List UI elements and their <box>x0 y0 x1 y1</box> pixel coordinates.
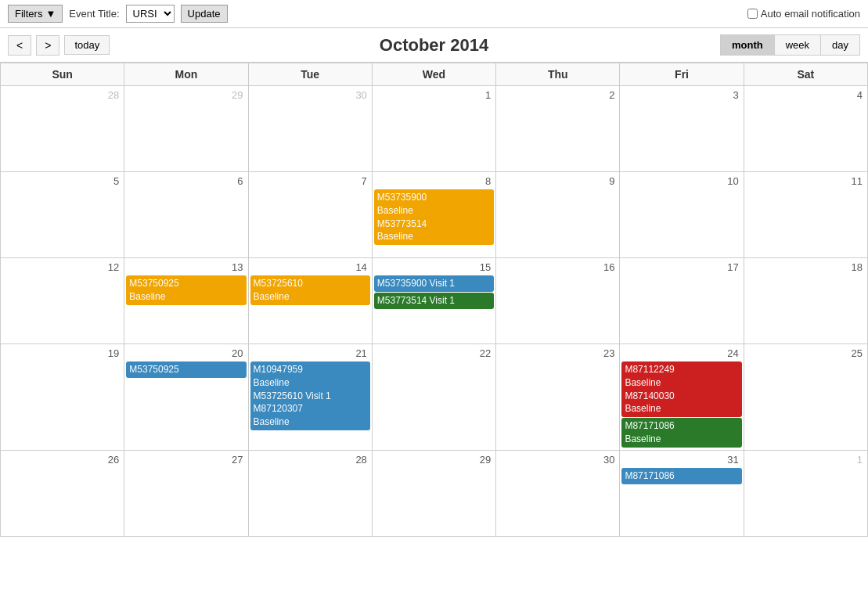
day-number: 4 <box>746 88 866 102</box>
day-number: 17 <box>621 260 741 275</box>
calendar-event[interactable]: M53735900 Baseline M53773514 Baseline <box>374 189 494 245</box>
day-number: 25 <box>746 346 866 361</box>
calendar-day[interactable]: 28 <box>1 86 124 172</box>
view-buttons: month week day <box>720 34 860 56</box>
calendar-day[interactable]: 20M53750925 <box>124 344 248 451</box>
calendar-day[interactable]: 16 <box>496 258 620 344</box>
day-number: 21 <box>250 346 370 361</box>
day-number: 1 <box>374 88 494 102</box>
next-button[interactable]: > <box>36 35 59 56</box>
calendar-day[interactable]: 1 <box>744 450 867 536</box>
calendar-day[interactable]: 26 <box>1 450 124 536</box>
calendar-day[interactable]: 18 <box>744 258 867 344</box>
calendar-day[interactable]: 21M10947959 Baseline M53725610 Visit 1 M… <box>248 344 372 451</box>
event-title-select[interactable]: URSI <box>126 5 175 23</box>
day-number: 29 <box>126 88 246 102</box>
day-number: 30 <box>498 452 618 467</box>
calendar-event[interactable]: M53725610 Baseline <box>250 275 370 305</box>
calendar-header-sat: Sat <box>744 63 867 86</box>
view-month-button[interactable]: month <box>721 35 775 55</box>
day-number: 16 <box>498 260 618 275</box>
calendar-day[interactable]: 3 <box>620 86 744 172</box>
day-number: 24 <box>621 346 741 361</box>
calendar-day[interactable]: 30 <box>496 450 620 536</box>
day-number: 30 <box>250 88 370 102</box>
day-number: 28 <box>2 88 122 102</box>
day-number: 27 <box>126 452 246 467</box>
calendar-day[interactable]: 1 <box>372 86 495 172</box>
calendar-day[interactable]: 28 <box>248 450 372 536</box>
calendar-day[interactable]: 15M53735900 Visit 1M53773514 Visit 1 <box>372 258 495 344</box>
calendar-event[interactable]: M87171086 <box>621 468 741 484</box>
nav-bar: < > today October 2014 month week day <box>0 28 868 63</box>
day-number: 5 <box>2 174 122 189</box>
calendar-day[interactable]: 8M53735900 Baseline M53773514 Baseline <box>372 172 495 258</box>
calendar-event[interactable]: M87171086 Baseline <box>621 418 741 448</box>
calendar-day[interactable]: 22 <box>372 344 495 451</box>
calendar-day[interactable]: 13M53750925 Baseline <box>124 258 248 344</box>
calendar-week-4: 262728293031M871710861 <box>1 450 868 536</box>
view-day-button[interactable]: day <box>821 35 859 55</box>
day-number: 19 <box>2 346 122 361</box>
update-button[interactable]: Update <box>181 5 228 23</box>
day-number: 26 <box>2 452 122 467</box>
calendar-day[interactable]: 12 <box>1 258 124 344</box>
calendar-week-2: 1213M53750925 Baseline14M53725610 Baseli… <box>1 258 868 344</box>
calendar-day[interactable]: 7 <box>248 172 372 258</box>
day-number: 20 <box>126 346 246 361</box>
calendar-day[interactable]: 2 <box>496 86 620 172</box>
calendar-day[interactable]: 29 <box>124 86 248 172</box>
day-number: 22 <box>374 346 494 361</box>
auto-email-label[interactable]: Auto email notification <box>747 8 860 20</box>
calendar-day[interactable]: 30 <box>248 86 372 172</box>
calendar-week-1: 5678M53735900 Baseline M53773514 Baselin… <box>1 172 868 258</box>
calendar-day[interactable]: 6 <box>124 172 248 258</box>
filters-arrow-icon: ▼ <box>45 8 56 20</box>
calendar-week-3: 1920M5375092521M10947959 Baseline M53725… <box>1 344 868 451</box>
calendar-day[interactable]: 19 <box>1 344 124 451</box>
day-number: 9 <box>498 174 618 189</box>
top-bar: Filters ▼ Event Title: URSI Update Auto … <box>0 0 868 28</box>
day-number: 31 <box>621 452 741 467</box>
calendar-day[interactable]: 4 <box>744 86 867 172</box>
calendar-event[interactable]: M10947959 Baseline M53725610 Visit 1 M87… <box>250 361 370 430</box>
prev-button[interactable]: < <box>8 35 31 56</box>
day-number: 29 <box>374 452 494 467</box>
calendar-header-tue: Tue <box>248 63 372 86</box>
calendar-header-sun: Sun <box>1 63 124 86</box>
day-number: 8 <box>374 174 494 189</box>
calendar-day[interactable]: 23 <box>496 344 620 451</box>
calendar-header-mon: Mon <box>124 63 248 86</box>
day-number: 7 <box>250 174 370 189</box>
calendar-day[interactable]: 11 <box>744 172 867 258</box>
calendar-day[interactable]: 17 <box>620 258 744 344</box>
calendar-event[interactable]: M53773514 Visit 1 <box>374 293 494 309</box>
day-number: 10 <box>621 174 741 189</box>
calendar-day[interactable]: 24M87112249 Baseline M87140030 BaselineM… <box>620 344 744 451</box>
calendar-event[interactable]: M53750925 <box>126 361 246 378</box>
calendar-day[interactable]: 29 <box>372 450 495 536</box>
day-number: 18 <box>746 260 866 275</box>
auto-email-checkbox[interactable] <box>747 9 758 19</box>
calendar-event[interactable]: M87112249 Baseline M87140030 Baseline <box>621 361 741 417</box>
calendar-day[interactable]: 31M87171086 <box>620 450 744 536</box>
day-number: 15 <box>374 260 494 275</box>
calendar-event[interactable]: M53735900 Visit 1 <box>374 275 494 292</box>
day-number: 23 <box>498 346 618 361</box>
calendar-event[interactable]: M53750925 Baseline <box>126 275 246 305</box>
calendar-day[interactable]: 10 <box>620 172 744 258</box>
calendar-day[interactable]: 9 <box>496 172 620 258</box>
auto-email-text: Auto email notification <box>761 8 860 20</box>
calendar-day[interactable]: 27 <box>124 450 248 536</box>
day-number: 6 <box>126 174 246 189</box>
calendar-day[interactable]: 14M53725610 Baseline <box>248 258 372 344</box>
calendar-day[interactable]: 25 <box>744 344 867 451</box>
day-number: 12 <box>2 260 122 275</box>
filters-button[interactable]: Filters ▼ <box>8 5 63 23</box>
calendar-day[interactable]: 5 <box>1 172 124 258</box>
day-number: 13 <box>126 260 246 275</box>
month-title: October 2014 <box>380 35 488 56</box>
today-button[interactable]: today <box>64 35 110 55</box>
view-week-button[interactable]: week <box>775 35 821 55</box>
calendar-header-fri: Fri <box>620 63 744 86</box>
